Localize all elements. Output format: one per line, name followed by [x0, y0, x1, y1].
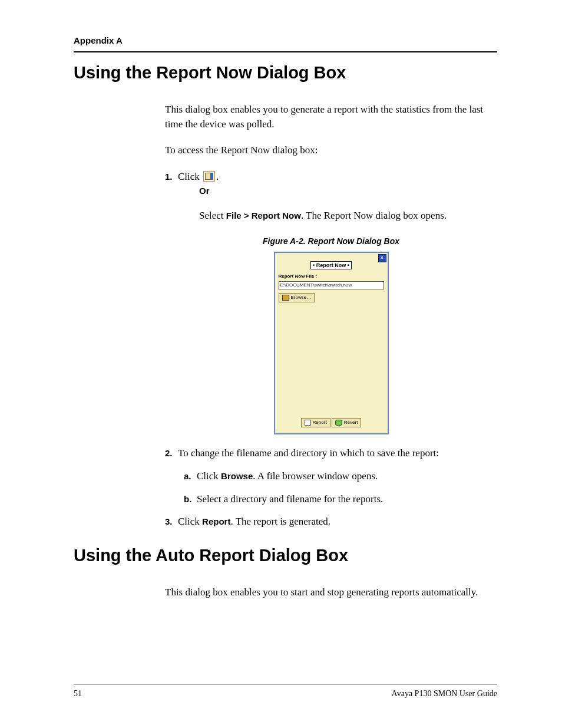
doc-title: Avaya P130 SMON User Guide [392, 689, 497, 699]
heading-auto-report: Using the Auto Report Dialog Box [74, 546, 497, 565]
heading-report-now: Using the Report Now Dialog Box [74, 63, 497, 83]
revert-button[interactable]: Revert [332, 418, 362, 427]
report-button[interactable]: Report [301, 418, 330, 427]
folder-icon [282, 295, 289, 301]
file-label: Report Now File : [279, 273, 388, 280]
step-2b: b.Select a directory and filename for th… [199, 492, 497, 507]
step-2: 2.To change the filename and directory i… [180, 446, 497, 506]
header-rule [74, 51, 497, 52]
step-1-alt: Select File > Report Now. The Report Now… [180, 209, 497, 223]
intro-text-2: To access the Report Now dialog box: [165, 143, 497, 158]
page-header: Appendix A [74, 35, 497, 45]
report-now-dialog: × • Report Now • Report Now File : E:\DO… [274, 252, 389, 434]
or-label: Or [180, 185, 497, 197]
report-now-icon [203, 171, 215, 182]
dialog-title: • Report Now • [310, 261, 352, 269]
intro-text-1: This dialog box enables you to generate … [165, 103, 497, 131]
step-3: 3.Click Report. The report is generated. [180, 515, 497, 529]
auto-report-intro: This dialog box enables you to start and… [165, 585, 497, 600]
report-icon [305, 420, 311, 426]
step-2a: a.Click Browse. A file browser window op… [199, 469, 497, 484]
step-1-text-a: Click [178, 171, 202, 182]
page-number: 51 [74, 689, 82, 699]
figure-caption: Figure A-2. Report Now Dialog Box [165, 235, 497, 247]
page-footer: 51 Avaya P130 SMON User Guide [74, 684, 497, 699]
close-icon[interactable]: × [378, 254, 386, 262]
step-1-text-b: . [216, 171, 219, 182]
step-1: 1.Click . Or Select File > Report Now. T… [180, 170, 497, 223]
file-path-input[interactable]: E:\DOCUMENT\switch\switch.now [279, 281, 384, 289]
browse-button[interactable]: Browse… [279, 293, 315, 302]
revert-icon [335, 420, 342, 426]
